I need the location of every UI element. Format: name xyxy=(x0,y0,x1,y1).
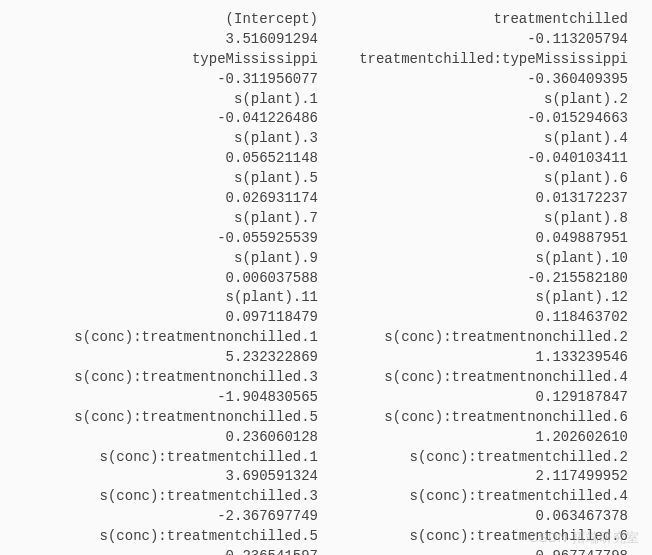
coef-name-right: s(plant).10 xyxy=(330,249,632,268)
coef-value-left: 5.232322869 xyxy=(20,348,322,367)
coef-name-left: s(conc):treatmentchilled.5 xyxy=(20,527,322,546)
coef-value-left: -0.055925539 xyxy=(20,229,322,248)
coef-name-left: s(conc):treatmentchilled.3 xyxy=(20,487,322,506)
coef-value-right: -0.113205794 xyxy=(330,30,632,49)
coef-value-right: -0.015294663 xyxy=(330,109,632,128)
coef-value-left: -2.367697749 xyxy=(20,507,322,526)
coef-value-right: 2.117499952 xyxy=(330,467,632,486)
coef-name-right: s(plant).8 xyxy=(330,209,632,228)
coef-value-left: -0.041226486 xyxy=(20,109,322,128)
coef-name-right: s(conc):treatmentnonchilled.6 xyxy=(330,408,632,427)
coef-value-right: 0.129187847 xyxy=(330,388,632,407)
coef-name-right: s(plant).12 xyxy=(330,288,632,307)
coef-value-right: 1.133239546 xyxy=(330,348,632,367)
coef-name-left: s(plant).3 xyxy=(20,129,322,148)
coef-name-right: s(conc):treatmentnonchilled.4 xyxy=(330,368,632,387)
coef-value-left: 0.236541597 xyxy=(20,547,322,555)
coef-value-left: 0.026931174 xyxy=(20,189,322,208)
coef-value-left: 0.006037588 xyxy=(20,269,322,288)
coef-name-right: s(plant).2 xyxy=(330,90,632,109)
coef-value-right: 1.202602610 xyxy=(330,428,632,447)
coef-value-right: -0.215582180 xyxy=(330,269,632,288)
watermark-text: CSDN-拓端研究室 xyxy=(529,529,640,547)
coef-value-right: 0.967747798 xyxy=(330,547,632,555)
coef-value-right: 0.063467378 xyxy=(330,507,632,526)
coef-value-right: -0.360409395 xyxy=(330,70,632,89)
coef-name-left: s(conc):treatmentnonchilled.1 xyxy=(20,328,322,347)
coef-name-left: s(plant).9 xyxy=(20,249,322,268)
coef-name-right: s(conc):treatmentchilled.4 xyxy=(330,487,632,506)
coef-name-right: s(plant).6 xyxy=(330,169,632,188)
coef-name-left: typeMississippi xyxy=(20,50,322,69)
coef-value-left: 3.516091294 xyxy=(20,30,322,49)
coef-value-left: 0.056521148 xyxy=(20,149,322,168)
coef-name-right: treatmentchilled:typeMississippi xyxy=(330,50,632,69)
coef-value-right: 0.049887951 xyxy=(330,229,632,248)
coef-value-left: 0.236060128 xyxy=(20,428,322,447)
coef-name-left: s(plant).1 xyxy=(20,90,322,109)
coef-value-left: -1.904830565 xyxy=(20,388,322,407)
coef-name-left: s(plant).5 xyxy=(20,169,322,188)
coef-name-left: s(conc):treatmentnonchilled.5 xyxy=(20,408,322,427)
coef-name-left: (Intercept) xyxy=(20,10,322,29)
coef-name-right: s(plant).4 xyxy=(330,129,632,148)
coef-name-right: treatmentchilled xyxy=(330,10,632,29)
coef-name-left: s(plant).7 xyxy=(20,209,322,228)
coef-name-left: s(conc):treatmentchilled.1 xyxy=(20,448,322,467)
coef-value-left: -0.311956077 xyxy=(20,70,322,89)
coef-name-right: s(conc):treatmentchilled.2 xyxy=(330,448,632,467)
coef-value-right: 0.118463702 xyxy=(330,308,632,327)
coef-value-right: -0.040103411 xyxy=(330,149,632,168)
coef-name-left: s(conc):treatmentnonchilled.3 xyxy=(20,368,322,387)
coef-name-right: s(conc):treatmentnonchilled.2 xyxy=(330,328,632,347)
coef-value-left: 3.690591324 xyxy=(20,467,322,486)
coefficient-table: (Intercept)treatmentchilled3.516091294-0… xyxy=(20,10,632,555)
coef-value-left: 0.097118479 xyxy=(20,308,322,327)
coef-value-right: 0.013172237 xyxy=(330,189,632,208)
coef-name-left: s(plant).11 xyxy=(20,288,322,307)
